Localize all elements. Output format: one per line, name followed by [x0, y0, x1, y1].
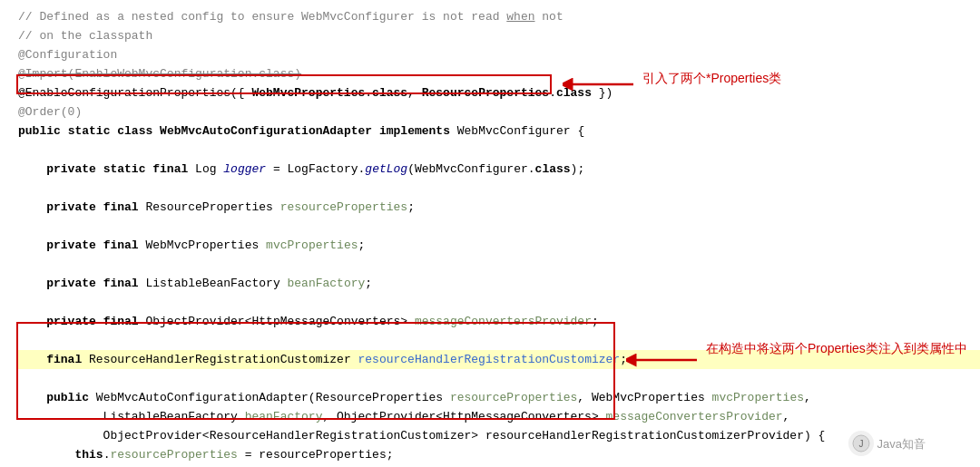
code-line-4: @Import(EnableWebMvcConfiguration.class): [18, 64, 980, 83]
code-line-2: // on the classpath: [18, 26, 980, 45]
code-line-20: [18, 369, 980, 388]
code-line-3: @Configuration: [18, 45, 980, 64]
arrow-1: [563, 69, 635, 100]
code-line-6: @Order(0): [18, 102, 980, 122]
code-line-15: private final ListableBeanFactory beanFa…: [18, 274, 980, 293]
label-properties: 引入了两个*Properties类: [642, 69, 781, 88]
code-line-5: @EnableConfigurationProperties({ WebMvcP…: [18, 83, 980, 102]
watermark: J Java知音: [848, 431, 926, 456]
code-line-1: // Defined as a nested config to ensure …: [18, 7, 980, 26]
code-line-10: [18, 179, 980, 198]
code-line-23: ObjectProvider<ResourceHandlerRegistrati…: [18, 426, 980, 445]
code-line-13: private final WebMvcProperties mvcProper…: [18, 236, 980, 255]
code-line-22: ListableBeanFactory beanFactory, ObjectP…: [18, 407, 980, 426]
code-line-7: public static class WebMvcAutoConfigurat…: [18, 122, 980, 141]
code-line-16: [18, 293, 980, 312]
code-line-24: this.resourceProperties = resourceProper…: [18, 445, 980, 464]
code-line-17: private final ObjectProvider<HttpMessage…: [18, 312, 980, 331]
arrow-2: [626, 345, 699, 375]
label-constructor: 在构造中将这两个Properties类注入到类属性中: [706, 339, 967, 358]
svg-text:J: J: [858, 439, 863, 449]
watermark-text: Java知音: [877, 434, 926, 453]
code-line-14: [18, 255, 980, 274]
code-line-8: [18, 141, 980, 160]
code-area: // Defined as a nested config to ensure …: [0, 0, 980, 467]
code-line-12: [18, 217, 980, 236]
code-line-11: private final ResourceProperties resourc…: [18, 198, 980, 217]
code-line-9: private static final Log logger = LogFac…: [18, 160, 980, 179]
code-line-21: public WebMvcAutoConfigurationAdapter(Re…: [18, 388, 980, 407]
watermark-icon: J: [848, 431, 874, 456]
